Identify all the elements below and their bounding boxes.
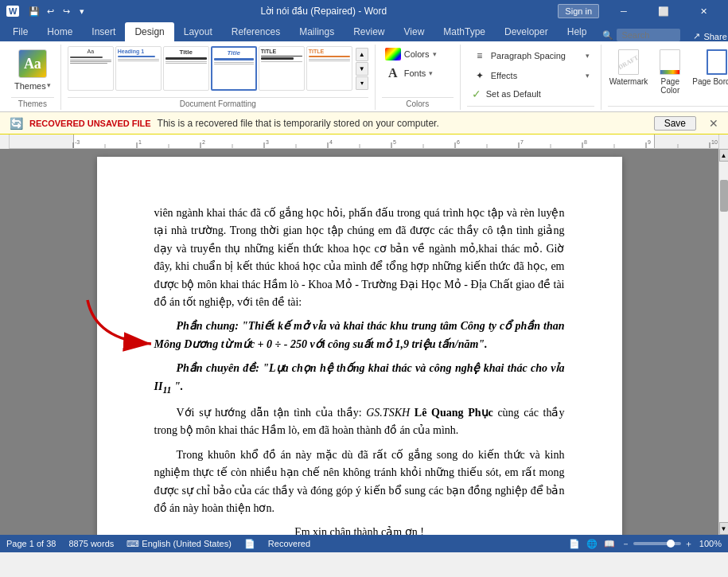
page-color-button[interactable]: PageColor bbox=[656, 46, 684, 96]
colors-group-label: Colors bbox=[382, 97, 454, 110]
zoom-out-icon[interactable]: － bbox=[621, 538, 630, 550]
svg-text:2: 2 bbox=[202, 139, 205, 145]
themes-label: Themes bbox=[14, 81, 46, 91]
tab-help[interactable]: Help bbox=[558, 22, 597, 41]
notification-close-icon[interactable]: ✕ bbox=[709, 117, 718, 130]
svg-text:3: 3 bbox=[266, 139, 269, 145]
tab-insert[interactable]: Insert bbox=[82, 22, 125, 41]
redo-icon[interactable]: ↪ bbox=[59, 4, 73, 18]
colors-fonts-group: Colors ▾ A Fonts ▾ Colors bbox=[376, 45, 461, 110]
undo-icon[interactable]: ↩ bbox=[43, 4, 57, 18]
doc-scroll-area[interactable]: viên ngành khai thác đã cố gắng học hỏi,… bbox=[0, 149, 718, 535]
tab-home[interactable]: Home bbox=[37, 22, 82, 41]
page-color-icon bbox=[657, 48, 683, 76]
themes-button[interactable]: Aa Themes ▾ bbox=[11, 46, 54, 94]
tab-references[interactable]: References bbox=[222, 22, 290, 41]
sign-in-button[interactable]: Sign in bbox=[558, 4, 599, 18]
doc-formatting-group: Aa Heading 1 bbox=[61, 45, 376, 110]
format-thumb-3[interactable]: Title bbox=[163, 46, 209, 91]
colors-button[interactable]: Colors ▾ bbox=[382, 46, 454, 62]
tab-mathtype[interactable]: MathType bbox=[434, 22, 495, 41]
format-thumb-4[interactable]: Title bbox=[211, 46, 257, 91]
para-effects-group-label bbox=[467, 106, 594, 110]
format-thumb-2[interactable]: Heading 1 bbox=[115, 46, 162, 91]
doc-para-3: Phần chuyên đề: "Lựa chọn hệ thống khai … bbox=[154, 360, 565, 398]
format-scroll-down[interactable]: ▼ bbox=[356, 62, 368, 76]
tab-mailings[interactable]: Mailings bbox=[290, 22, 344, 41]
doc-formatting-items: Aa Heading 1 bbox=[68, 46, 368, 97]
tab-developer[interactable]: Developer bbox=[495, 22, 558, 41]
zoom-in-icon[interactable]: ＋ bbox=[684, 538, 693, 550]
svg-text:5: 5 bbox=[393, 139, 396, 145]
customize-icon[interactable]: ▾ bbox=[75, 4, 89, 18]
zoom-level: 100% bbox=[699, 539, 722, 548]
svg-text:9: 9 bbox=[648, 139, 651, 145]
word-count: 8875 words bbox=[68, 539, 114, 548]
save-quick-icon[interactable]: 💾 bbox=[27, 4, 41, 18]
watermark-label: Watermark bbox=[609, 77, 648, 86]
fonts-dropdown-icon: ▾ bbox=[429, 69, 433, 77]
fonts-label: Fonts bbox=[404, 68, 426, 78]
inline-bold-1: Lê Quang Phục bbox=[415, 407, 493, 419]
tab-view[interactable]: View bbox=[395, 22, 434, 41]
fonts-button[interactable]: A Fonts ▾ bbox=[382, 64, 454, 83]
format-thumb-1[interactable]: Aa bbox=[68, 46, 114, 91]
tab-design[interactable]: Design bbox=[125, 22, 173, 41]
notification-save-button[interactable]: Save bbox=[654, 116, 696, 131]
language-icon: ⌨ bbox=[127, 539, 139, 548]
svg-text:4: 4 bbox=[329, 139, 333, 145]
colors-label: Colors bbox=[404, 49, 430, 59]
scroll-up-button[interactable]: ▲ bbox=[719, 149, 729, 162]
page-indicator: Page 1 of 38 bbox=[6, 539, 56, 548]
format-expand[interactable]: ▾ bbox=[356, 76, 368, 90]
watermark-button[interactable]: DRAFT Watermark bbox=[608, 46, 650, 88]
page-borders-button[interactable]: Page Borders bbox=[691, 46, 728, 88]
effects-label: Effects bbox=[491, 71, 517, 80]
checkmark-icon: ✓ bbox=[472, 88, 481, 100]
themes-group: Aa Themes ▾ Themes bbox=[5, 45, 61, 110]
zoom-slider[interactable] bbox=[633, 542, 681, 545]
zoom-thumb[interactable] bbox=[667, 540, 675, 548]
restore-button[interactable]: ⬜ bbox=[645, 0, 682, 22]
doc-para-5: Trong khuôn khổ đồ án này mặc dù đã rất … bbox=[154, 446, 565, 518]
page-bg-buttons: DRAFT Watermark PageColor bbox=[608, 46, 728, 96]
ribbon-tabs: File Home Insert Design Layout Reference… bbox=[0, 22, 728, 41]
view-print-icon[interactable]: 📄 bbox=[569, 539, 580, 549]
view-read-icon[interactable]: 📖 bbox=[604, 539, 615, 549]
tab-review[interactable]: Review bbox=[344, 22, 394, 41]
page-color-label: PageColor bbox=[660, 77, 679, 95]
svg-text:8: 8 bbox=[584, 139, 587, 145]
share-btn[interactable]: ↗Share bbox=[687, 31, 728, 41]
scroll-thumb[interactable] bbox=[720, 180, 728, 212]
svg-text:1: 1 bbox=[138, 139, 142, 145]
close-button[interactable]: ✕ bbox=[685, 0, 722, 22]
minimize-button[interactable]: ─ bbox=[605, 0, 642, 22]
zoom-control[interactable]: － ＋ bbox=[621, 538, 693, 550]
search-input[interactable] bbox=[617, 29, 680, 41]
ribbon-content: Aa Themes ▾ Themes Aa bbox=[0, 41, 728, 111]
scroll-down-button[interactable]: ▼ bbox=[719, 522, 729, 535]
paragraph-spacing-button[interactable]: ≡ Paragraph Spacing ▾ bbox=[467, 46, 594, 65]
page-borders-label: Page Borders bbox=[692, 77, 728, 86]
scroll-track[interactable] bbox=[719, 162, 729, 522]
para-effects-group: ≡ Paragraph Spacing ▾ ✦ Effects ▾ ✓ Set … bbox=[461, 45, 601, 110]
effects-button[interactable]: ✦ Effects ▾ bbox=[467, 66, 594, 85]
vertical-scrollbar[interactable]: ▲ ▼ bbox=[718, 149, 728, 535]
set-default-button[interactable]: ✓ Set as Default bbox=[467, 86, 594, 102]
status-right: 📄 🌐 📖 － ＋ 100% bbox=[569, 538, 722, 550]
svg-text:10: 10 bbox=[711, 139, 718, 145]
svg-text:7: 7 bbox=[520, 139, 524, 145]
title-bar-left: W 💾 ↩ ↪ ▾ bbox=[6, 4, 89, 18]
themes-dropdown-icon: ▾ bbox=[47, 81, 51, 89]
format-thumb-5[interactable]: TITLE bbox=[259, 46, 305, 91]
format-thumb-6[interactable]: TITLE bbox=[306, 46, 352, 91]
view-web-icon[interactable]: 🌐 bbox=[586, 539, 598, 549]
themes-group-label: Themes bbox=[11, 97, 54, 110]
colors-fonts-items: Colors ▾ A Fonts ▾ bbox=[382, 46, 454, 97]
page-bg-group-label bbox=[608, 106, 728, 110]
tab-file[interactable]: File bbox=[3, 22, 37, 41]
doc-page: viên ngành khai thác đã cố gắng học hỏi,… bbox=[97, 157, 622, 535]
format-scroll-up[interactable]: ▲ bbox=[356, 48, 368, 61]
colors-swatch bbox=[385, 48, 401, 60]
tab-layout[interactable]: Layout bbox=[174, 22, 222, 41]
